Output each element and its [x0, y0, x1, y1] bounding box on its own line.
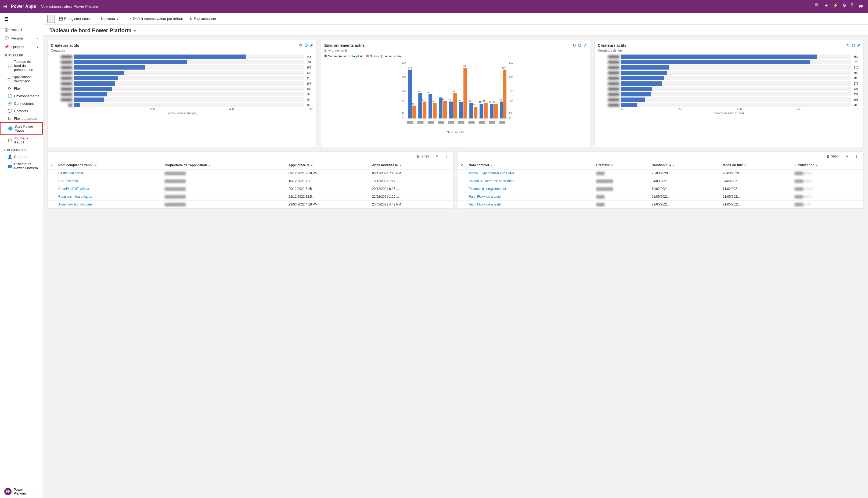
expand-epingles-icon[interactable]: ∨ [36, 45, 38, 49]
chart1-expand-icon[interactable]: ⤢ [310, 43, 313, 48]
sidebar-item-journaux[interactable]: 📋 Journaux d'audit [0, 134, 43, 146]
svg-rect-51 [503, 69, 507, 118]
add-icon[interactable]: ＋ [824, 3, 829, 10]
sidebar-bottom-profile[interactable]: PP Power Platform ⟨ [0, 485, 43, 498]
app-subtitle: Vue administrateur Power Platform [41, 4, 100, 9]
sidebar-item-epingles[interactable]: 📌 Épinglés ∨ [0, 42, 43, 51]
sidebar-item-recents[interactable]: 🕐 Récents ∨ [0, 34, 43, 42]
set-default-button[interactable]: ✓ Définir comme valeur par défaut [126, 16, 186, 22]
sidebar-item-connecteurs[interactable]: 🔗 Connecteurs [0, 100, 43, 107]
more2-icon: ⋮ [855, 155, 858, 158]
chart2-expand-icon[interactable]: ⤢ [583, 43, 587, 48]
user-avatar[interactable]: PP [857, 3, 865, 10]
svg-text:150: 150 [509, 90, 513, 93]
sidebar-item-createurs[interactable]: 👤 Créateurs [0, 153, 43, 160]
table2-col-modified[interactable]: Modif du flux ∨ [720, 161, 792, 170]
search-icon[interactable]: 🔍 [815, 3, 820, 10]
table2-more-button[interactable]: ⋮ [853, 153, 860, 159]
table1-check-col[interactable]: ✓ [48, 161, 56, 170]
table2-expand-button[interactable]: ∨ [844, 153, 851, 159]
env-icon: 🌐 [8, 94, 12, 98]
chart2-export-icon[interactable]: ⬡ [578, 43, 581, 48]
save-as-button[interactable]: 💾 Enregistrer sous [56, 16, 92, 22]
chart3-xaxis: 02505007501... [598, 107, 860, 111]
sidebar-item-powerapps[interactable]: ◇ Applications PowerApps [0, 73, 43, 84]
sidebar-item-flux[interactable]: ⟳ Flux [0, 84, 43, 92]
new-chevron-icon[interactable]: ∨ [116, 17, 119, 21]
table2-col-name[interactable]: Nom complet ∨ [466, 161, 594, 170]
chart-card-creators-apps: Créateurs actifs ↻ ⬡ ⤢ Créateurs ██████4… [47, 40, 316, 147]
chart1-refresh-icon[interactable]: ↻ [299, 43, 302, 48]
svg-text:████: ████ [438, 121, 444, 124]
svg-text:55: 55 [479, 101, 482, 103]
hamburger-icon[interactable]: ☰ [0, 13, 43, 25]
table-row: Test | Flux vide à tester ████ 21/05/202… [458, 201, 864, 208]
svg-rect-37 [469, 103, 473, 118]
table1-col-name[interactable]: Nom complet de l'appli ∨ [56, 161, 162, 170]
waffle-icon[interactable]: ⊞ [3, 3, 7, 9]
table2-delete-button[interactable]: 🗑 Suppr [825, 153, 842, 159]
new-button[interactable]: ＋ Nouveau ∨ [93, 15, 122, 22]
table1-col-created[interactable]: Appli créée le ∨ [286, 161, 369, 170]
sidebar-item-sites-power-pages[interactable]: 🌐 Sites Power Pages [0, 122, 43, 134]
table2-check-col[interactable]: ✓ [458, 161, 466, 170]
svg-text:80: 80 [402, 100, 404, 103]
sidebar-item-utilisateurs-pp[interactable]: 👥 Utilisateurs Power Platform [0, 160, 43, 172]
settings-icon[interactable]: ⚙ [842, 3, 846, 10]
table2-col-creator[interactable]: Créateur ∨ [593, 161, 649, 170]
chart1-bars: ██████448 ██████294 ██████186 ██████132 … [51, 54, 313, 107]
table1-col-owner[interactable]: Propriétaire de l'application ∨ [162, 161, 286, 170]
command-bar: ← 💾 Enregistrer sous ＋ Nouveau ∨ ✓ Défin… [43, 13, 868, 25]
table2-col-id[interactable]: FlowIDString ∨ [792, 161, 864, 170]
delete2-icon: 🗑 [827, 155, 830, 158]
chart1-export-icon[interactable]: ⬡ [304, 43, 307, 48]
flux-icon: ⟳ [8, 86, 12, 91]
svg-rect-13 [408, 69, 412, 118]
chart3-header: Créateurs actifs ↻ ⬡ ⤢ [598, 43, 860, 48]
delete-icon: 🗑 [416, 155, 419, 158]
title-chevron-icon[interactable]: ∨ [133, 28, 136, 33]
sidebar-item-chatbots[interactable]: 💬 Chatbots [0, 107, 43, 115]
chart2-refresh-icon[interactable]: ↻ [573, 43, 576, 48]
expand-recents-icon[interactable]: ∨ [36, 37, 38, 40]
desktop-icon: ▷ [8, 116, 12, 121]
filter-icon[interactable]: ⚡ [833, 3, 838, 10]
sidebar-item-tableau-bord[interactable]: 📊 Tableau de bord de présentation [0, 58, 43, 73]
svg-text:████: ████ [418, 121, 424, 124]
users-icon: 👥 [8, 164, 12, 168]
chart3-expand-icon[interactable]: ⤢ [857, 43, 860, 48]
sidebar-item-accueil[interactable]: 🏠 Accueil [0, 25, 43, 34]
refresh-button[interactable]: ↻ Tout actualiser [187, 16, 219, 22]
table1-col-modified[interactable]: Appli modifiée le ∨ [369, 161, 453, 170]
table1-expand-button[interactable]: ∨ [434, 153, 440, 159]
sidebar-item-environnements[interactable]: 🌐 Environnements [0, 92, 43, 100]
content-area: Créateurs actifs ↻ ⬡ ⤢ Créateurs ██████4… [43, 36, 868, 498]
pin-icon: 📌 [4, 44, 9, 49]
topbar-icons: 🔍 ＋ ⚡ ⚙ ? PP [815, 3, 865, 10]
sidebar-item-flux-bureau[interactable]: ▷ Flux de bureau [0, 115, 43, 122]
svg-text:████: ████ [458, 121, 464, 124]
svg-text:120: 120 [402, 90, 406, 93]
help-icon[interactable]: ? [851, 3, 853, 10]
svg-text:44: 44 [473, 104, 475, 106]
chart3-refresh-icon[interactable]: ↻ [846, 43, 850, 48]
table-row: Bouton -> Créer une application ████████… [458, 177, 864, 185]
sidebar-expand-icon[interactable]: ⟨ [37, 490, 38, 494]
table1-delete-button[interactable]: 🗑 Suppr [414, 153, 431, 159]
svg-text:61: 61 [459, 99, 461, 102]
table-row: Admin | Synchroniser infos RPA ████ 26/0… [458, 170, 864, 177]
svg-rect-19 [423, 102, 426, 118]
table-card-apps: 🗑 Suppr ∨ ⋮ ✓ [47, 152, 453, 209]
svg-rect-35 [463, 68, 467, 118]
refresh-icon: ↻ [189, 17, 192, 21]
svg-text:49: 49 [411, 103, 414, 105]
chart3-xlabel: Somme (nombre de flux) [598, 112, 860, 115]
chart3-export-icon[interactable]: ⬡ [852, 43, 855, 48]
table2-col-created[interactable]: Création flux ∨ [649, 161, 720, 170]
back-button[interactable]: ← [47, 15, 55, 23]
sidebar-avatar: PP [4, 488, 12, 495]
chart3-bars: ██████852 ██████823 ██████210 ██████199 … [598, 54, 860, 107]
svg-rect-45 [490, 104, 494, 118]
table1-more-button[interactable]: ⋮ [443, 153, 450, 159]
svg-text:56: 56 [432, 100, 434, 103]
